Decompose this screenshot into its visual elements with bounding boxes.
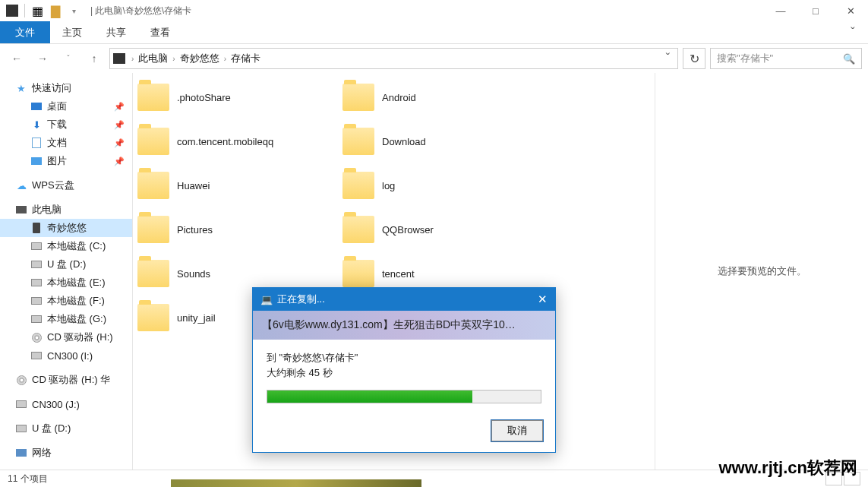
dialog-title: 正在复制... <box>277 293 325 306</box>
star-icon: ★ <box>15 82 27 94</box>
pin-icon: 📌 <box>114 138 125 148</box>
tab-home[interactable]: 主页 <box>50 21 94 43</box>
sidebar-item-cd-h[interactable]: CD 驱动器 (H:) <box>0 328 132 346</box>
sidebar-label: 本地磁盘 (E:) <box>47 276 106 289</box>
drive-icon <box>16 400 27 408</box>
sidebar-item-drive-c[interactable]: 本地磁盘 (C:) <box>0 237 132 255</box>
recent-dropdown[interactable]: ˇ <box>58 48 79 69</box>
drive-icon <box>16 425 27 432</box>
document-icon <box>32 138 41 148</box>
folder-label: unity_jail <box>177 312 216 324</box>
sidebar-item-cn300-i[interactable]: CN300 (I:) <box>0 346 132 365</box>
sidebar-item-drive-d[interactable]: U 盘 (D:) <box>0 255 132 274</box>
drive-icon <box>31 315 42 323</box>
folder-item[interactable]: .photoShare <box>137 81 335 114</box>
search-icon[interactable]: 🔍 <box>843 53 855 65</box>
chevron-right-icon[interactable]: › <box>130 55 135 63</box>
drive-icon <box>31 279 42 286</box>
dialog-footer: 取消 <box>253 414 555 452</box>
folder-icon <box>137 128 169 155</box>
crumb-folder[interactable]: 存储卡 <box>228 52 264 65</box>
titlebar-left: ▦ ▇ ▾ | 此电脑\奇妙悠悠\存储卡 <box>0 4 191 17</box>
dialog-titlebar[interactable]: 💻 正在复制... ✕ <box>253 288 555 311</box>
properties-icon[interactable]: ▦ <box>31 5 43 17</box>
dialog-destination: 到 "奇妙悠悠\存储卡" <box>267 350 541 365</box>
preview-pane: 选择要预览的文件。 <box>655 73 868 470</box>
navbar: ← → ˇ ↑ › 此电脑 › 奇妙悠悠 › 存储卡 ˇ ↻ 搜索"存储卡" 🔍 <box>0 44 868 73</box>
sidebar-u-ext[interactable]: U 盘 (D:) <box>0 419 132 438</box>
folder-item[interactable]: QQBrowser <box>342 213 540 246</box>
folder-icon <box>137 172 169 199</box>
back-button[interactable]: ← <box>6 48 27 69</box>
tab-view[interactable]: 查看 <box>138 21 182 43</box>
folder-icon <box>137 84 169 111</box>
crumb-pc[interactable]: 此电脑 <box>135 52 171 65</box>
sidebar-item-pictures[interactable]: 图片📌 <box>0 152 132 170</box>
sidebar-label: 快速访问 <box>32 81 71 95</box>
sidebar-item-documents[interactable]: 文档📌 <box>0 134 132 152</box>
preview-message: 选择要预览的文件。 <box>718 264 806 278</box>
folder-qat-icon[interactable]: ▇ <box>49 5 62 17</box>
sidebar-label: WPS云盘 <box>32 179 74 192</box>
folder-label: QQBrowser <box>382 224 434 236</box>
folder-icon <box>342 84 374 111</box>
chevron-right-icon[interactable]: › <box>223 55 228 63</box>
sidebar-label: U 盘 (D:) <box>47 258 86 271</box>
folder-icon <box>342 128 374 155</box>
address-bar[interactable]: › 此电脑 › 奇妙悠悠 › 存储卡 ˇ <box>109 48 678 69</box>
progress-fill <box>267 391 472 403</box>
sidebar-item-device[interactable]: 奇妙悠悠 <box>0 219 132 237</box>
drive-icon <box>31 352 42 359</box>
sidebar-this-pc[interactable]: 此电脑 <box>0 201 132 219</box>
sidebar: ★ 快速访问 桌面📌 ⬇下载📌 文档📌 图片📌 ☁WPS云盘 此电脑 奇妙悠悠 … <box>0 73 133 470</box>
sidebar-item-drive-f[interactable]: 本地磁盘 (F:) <box>0 292 132 310</box>
drive-icon <box>31 297 42 305</box>
maximize-button[interactable]: □ <box>798 0 833 21</box>
folder-item[interactable]: com.tencent.mobileqq <box>137 125 335 158</box>
folder-icon <box>342 260 374 287</box>
cancel-button[interactable]: 取消 <box>491 420 543 441</box>
watermark: www.rjtj.cn软荐网 <box>718 457 857 479</box>
folder-label: log <box>382 180 395 191</box>
folder-item[interactable]: log <box>342 169 540 202</box>
sidebar-label: CD 驱动器 (H:) 华 <box>32 373 110 387</box>
title-path: | 此电脑\奇妙悠悠\存储卡 <box>90 5 191 17</box>
refresh-button[interactable]: ↻ <box>683 48 705 69</box>
folder-label: tencent <box>382 268 415 280</box>
sidebar-cn300-j[interactable]: CN300 (J:) <box>0 395 132 413</box>
folder-item[interactable]: Android <box>342 81 540 114</box>
sidebar-item-downloads[interactable]: ⬇下载📌 <box>0 115 132 134</box>
address-dropdown-icon[interactable]: ˇ <box>661 52 674 65</box>
sidebar-item-drive-e[interactable]: 本地磁盘 (E:) <box>0 274 132 292</box>
tab-share[interactable]: 共享 <box>94 21 138 43</box>
sidebar-cd-ext[interactable]: CD 驱动器 (H:) 华 <box>0 371 132 389</box>
sidebar-item-drive-g[interactable]: 本地磁盘 (G:) <box>0 310 132 328</box>
folder-item[interactable]: Sounds <box>137 257 335 290</box>
search-input[interactable]: 搜索"存储卡" 🔍 <box>710 48 862 69</box>
folder-label: Huawei <box>177 180 210 191</box>
folder-label: Download <box>382 136 426 147</box>
pin-icon: 📌 <box>114 157 125 166</box>
folder-item[interactable]: Huawei <box>137 169 335 202</box>
sidebar-quick-access[interactable]: ★ 快速访问 <box>0 79 132 97</box>
bottom-thumbnail-strip <box>171 479 421 487</box>
sidebar-network[interactable]: 网络 <box>0 444 132 462</box>
sidebar-label: CN300 (J:) <box>32 399 80 410</box>
folder-item[interactable]: tencent <box>342 257 540 290</box>
sidebar-label: 奇妙悠悠 <box>47 221 87 235</box>
folder-item[interactable]: Download <box>342 125 540 158</box>
forward-button[interactable]: → <box>32 48 53 69</box>
minimize-button[interactable]: — <box>763 0 798 21</box>
ribbon-expand-button[interactable]: ˇ <box>838 21 868 43</box>
folder-icon <box>342 216 374 243</box>
close-button[interactable]: ✕ <box>833 0 868 21</box>
qat-dropdown-icon[interactable]: ▾ <box>68 5 80 17</box>
crumb-device[interactable]: 奇妙悠悠 <box>177 52 223 65</box>
sidebar-item-desktop[interactable]: 桌面📌 <box>0 97 132 115</box>
sidebar-wps-cloud[interactable]: ☁WPS云盘 <box>0 176 132 194</box>
folder-item[interactable]: Pictures <box>137 213 335 246</box>
dialog-close-button[interactable]: ✕ <box>538 293 548 306</box>
tab-file[interactable]: 文件 <box>0 21 50 43</box>
up-button[interactable]: ↑ <box>84 48 105 69</box>
chevron-right-icon[interactable]: › <box>171 55 176 63</box>
